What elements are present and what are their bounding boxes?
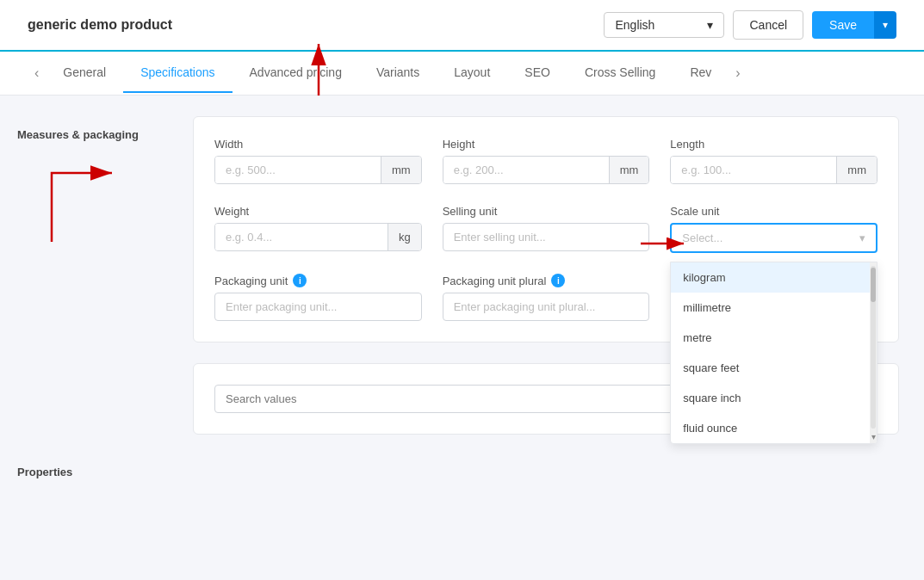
properties-label: Properties <box>17 466 72 478</box>
dimensions-row: Width mm Height mm Length <box>214 138 877 184</box>
tab-prev-button[interactable]: ‹ <box>28 52 46 95</box>
scale-unit-options-list: kilogram millimetre metre square feet sq… <box>671 262 870 443</box>
scale-unit-dropdown[interactable]: Select... ▾ <box>670 223 877 253</box>
cancel-button[interactable]: Cancel <box>733 10 803 40</box>
tab-rev[interactable]: Rev <box>673 53 729 93</box>
option-millimetre[interactable]: millimetre <box>671 293 870 323</box>
weight-selling-scale-row: Weight kg Selling unit <box>214 205 877 253</box>
width-input[interactable] <box>215 157 381 183</box>
scale-unit-dropdown-menu: kilogram millimetre metre square feet sq… <box>670 262 877 444</box>
weight-input-wrapper: kg <box>214 223 422 251</box>
weight-input[interactable] <box>215 224 388 250</box>
scrollbar-thumb <box>871 268 876 302</box>
chevron-left-icon: ‹ <box>34 65 39 81</box>
length-label: Length <box>670 138 877 151</box>
packaging-unit-info-icon[interactable]: i <box>293 274 307 287</box>
selling-unit-label: Selling unit <box>443 205 650 218</box>
tab-variants[interactable]: Variants <box>359 53 437 93</box>
height-unit: mm <box>609 157 649 183</box>
height-input[interactable] <box>443 157 609 183</box>
packaging-unit-group: Packaging unit i <box>214 274 422 321</box>
language-label: English <box>615 18 654 32</box>
packaging-unit-plural-group: Packaging unit plural i <box>443 274 650 321</box>
tab-layout[interactable]: Layout <box>437 53 507 93</box>
scale-unit-label: Scale unit <box>670 205 877 218</box>
save-button[interactable]: Save <box>812 11 874 39</box>
packaging-unit-input[interactable] <box>214 293 422 321</box>
option-kilogram[interactable]: kilogram <box>671 262 870 293</box>
measures-packaging-label: Measures & packaging <box>17 128 139 141</box>
length-input[interactable] <box>671 157 836 183</box>
scrollbar-down-arrow[interactable]: ▾ <box>871 432 876 443</box>
save-dropdown-button[interactable]: ▾ <box>874 11 896 39</box>
length-group: Length mm <box>670 138 877 184</box>
packaging-unit-plural-label: Packaging unit plural i <box>443 274 650 287</box>
arrow-specifications <box>293 35 344 104</box>
chevron-down-icon: ▾ <box>883 19 888 31</box>
option-fluid-ounce[interactable]: fluid ounce <box>671 413 870 443</box>
height-group: Height mm <box>443 138 650 184</box>
packaging-unit-plural-input[interactable] <box>443 293 650 321</box>
scrollbar-track <box>871 266 876 429</box>
tab-cross-selling[interactable]: Cross Selling <box>567 53 673 93</box>
scale-unit-group: Scale unit Select... ▾ kilogram millimet… <box>670 205 877 253</box>
chevron-down-icon: ▾ <box>707 18 713 32</box>
chevron-down-icon: ▾ <box>859 231 865 244</box>
arrow-scale-unit <box>641 235 692 252</box>
product-title: generic demo product <box>28 17 172 33</box>
save-button-group: Save ▾ <box>812 11 896 39</box>
option-square-inch[interactable]: square inch <box>671 383 870 413</box>
selling-unit-input[interactable] <box>443 223 650 251</box>
tab-seo[interactable]: SEO <box>507 53 567 93</box>
dropdown-scrollbar[interactable]: ▾ <box>870 262 877 443</box>
length-input-wrapper: mm <box>670 156 877 184</box>
length-unit: mm <box>836 157 877 183</box>
chevron-right-icon: › <box>735 65 740 81</box>
left-sidebar-space: Measures & packaging Properties <box>0 96 172 580</box>
tab-general[interactable]: General <box>46 53 123 93</box>
height-label: Height <box>443 138 650 151</box>
option-square-feet[interactable]: square feet <box>671 353 870 383</box>
arrow-measures <box>26 147 129 250</box>
width-unit: mm <box>381 157 421 183</box>
packaging-unit-label: Packaging unit i <box>214 274 422 287</box>
weight-group: Weight kg <box>214 205 422 253</box>
width-input-wrapper: mm <box>214 156 422 184</box>
width-label: Width <box>214 138 422 151</box>
packaging-unit-plural-info-icon[interactable]: i <box>551 274 565 287</box>
page-center: Width mm Height mm Length <box>172 96 924 580</box>
measures-packaging-card: Width mm Height mm Length <box>193 116 899 342</box>
tabs-bar: ‹ General Specifications Advanced pricin… <box>0 52 924 96</box>
header-actions: English ▾ Cancel Save ▾ <box>604 10 896 40</box>
weight-label: Weight <box>214 205 422 218</box>
selling-unit-group: Selling unit <box>443 205 650 253</box>
height-input-wrapper: mm <box>443 156 650 184</box>
weight-unit: kg <box>388 224 421 250</box>
option-metre[interactable]: metre <box>671 323 870 353</box>
tab-specifications[interactable]: Specifications <box>123 53 232 93</box>
page-layout: Measures & packaging Properties <box>0 96 924 580</box>
language-dropdown[interactable]: English ▾ <box>604 12 724 38</box>
header: generic demo product English ▾ Cancel Sa… <box>0 0 924 52</box>
tab-next-button[interactable]: › <box>729 52 747 95</box>
width-group: Width mm <box>214 138 422 184</box>
